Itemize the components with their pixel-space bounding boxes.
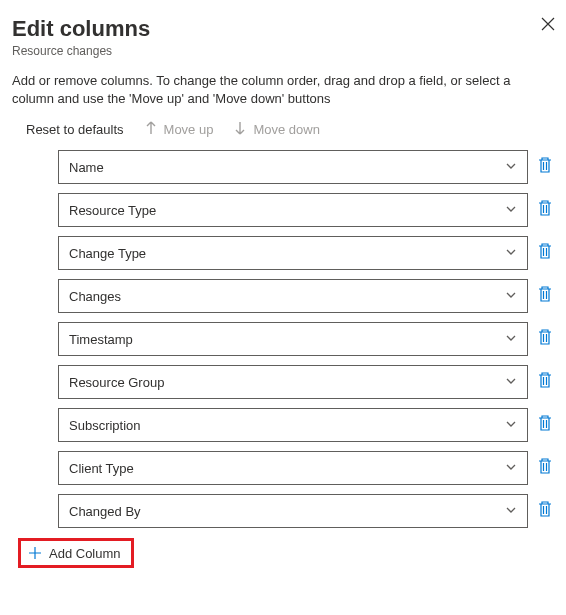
chevron-down-icon xyxy=(505,203,517,218)
chevron-down-icon xyxy=(505,504,517,519)
trash-icon xyxy=(537,414,553,436)
column-select-label: Resource Type xyxy=(69,203,156,218)
column-select-label: Change Type xyxy=(69,246,146,261)
delete-column-button[interactable] xyxy=(536,158,554,176)
trash-icon xyxy=(537,500,553,522)
move-up-label: Move up xyxy=(164,122,214,137)
delete-column-button[interactable] xyxy=(536,244,554,262)
column-row: Resource Group xyxy=(58,365,554,399)
arrow-down-icon xyxy=(233,121,247,138)
column-select[interactable]: Change Type xyxy=(58,236,528,270)
column-select[interactable]: Changed By xyxy=(58,494,528,528)
move-down-button[interactable]: Move down xyxy=(233,121,319,138)
page-title: Edit columns xyxy=(12,16,150,42)
column-row: Change Type xyxy=(58,236,554,270)
column-select[interactable]: Client Type xyxy=(58,451,528,485)
column-select-label: Changed By xyxy=(69,504,141,519)
column-select[interactable]: Name xyxy=(58,150,528,184)
page-subtitle: Resource changes xyxy=(12,44,150,58)
trash-icon xyxy=(537,328,553,350)
chevron-down-icon xyxy=(505,246,517,261)
column-row: Client Type xyxy=(58,451,554,485)
column-select[interactable]: Subscription xyxy=(58,408,528,442)
chevron-down-icon xyxy=(505,461,517,476)
column-select-label: Resource Group xyxy=(69,375,164,390)
chevron-down-icon xyxy=(505,332,517,347)
column-row: Changed By xyxy=(58,494,554,528)
add-column-button[interactable]: Add Column xyxy=(18,538,134,568)
reset-defaults-button[interactable]: Reset to defaults xyxy=(26,122,124,137)
column-select-label: Changes xyxy=(69,289,121,304)
column-row: Changes xyxy=(58,279,554,313)
column-row: Subscription xyxy=(58,408,554,442)
trash-icon xyxy=(537,285,553,307)
column-row: Resource Type xyxy=(58,193,554,227)
plus-icon xyxy=(27,545,43,561)
column-select-label: Subscription xyxy=(69,418,141,433)
column-select[interactable]: Timestamp xyxy=(58,322,528,356)
close-icon xyxy=(541,17,555,35)
chevron-down-icon xyxy=(505,418,517,433)
delete-column-button[interactable] xyxy=(536,287,554,305)
delete-column-button[interactable] xyxy=(536,373,554,391)
move-up-button[interactable]: Move up xyxy=(144,121,214,138)
column-list: NameResource TypeChange TypeChangesTimes… xyxy=(12,150,558,528)
delete-column-button[interactable] xyxy=(536,416,554,434)
trash-icon xyxy=(537,457,553,479)
column-select-label: Timestamp xyxy=(69,332,133,347)
column-row: Timestamp xyxy=(58,322,554,356)
column-select[interactable]: Changes xyxy=(58,279,528,313)
move-down-label: Move down xyxy=(253,122,319,137)
column-select[interactable]: Resource Type xyxy=(58,193,528,227)
delete-column-button[interactable] xyxy=(536,459,554,477)
add-column-label: Add Column xyxy=(49,546,121,561)
delete-column-button[interactable] xyxy=(536,502,554,520)
close-button[interactable] xyxy=(538,16,558,36)
chevron-down-icon xyxy=(505,160,517,175)
delete-column-button[interactable] xyxy=(536,201,554,219)
trash-icon xyxy=(537,199,553,221)
arrow-up-icon xyxy=(144,121,158,138)
column-select-label: Client Type xyxy=(69,461,134,476)
column-select[interactable]: Resource Group xyxy=(58,365,528,399)
chevron-down-icon xyxy=(505,375,517,390)
delete-column-button[interactable] xyxy=(536,330,554,348)
column-select-label: Name xyxy=(69,160,104,175)
column-row: Name xyxy=(58,150,554,184)
trash-icon xyxy=(537,242,553,264)
trash-icon xyxy=(537,156,553,178)
trash-icon xyxy=(537,371,553,393)
description-text: Add or remove columns. To change the col… xyxy=(12,72,558,107)
chevron-down-icon xyxy=(505,289,517,304)
